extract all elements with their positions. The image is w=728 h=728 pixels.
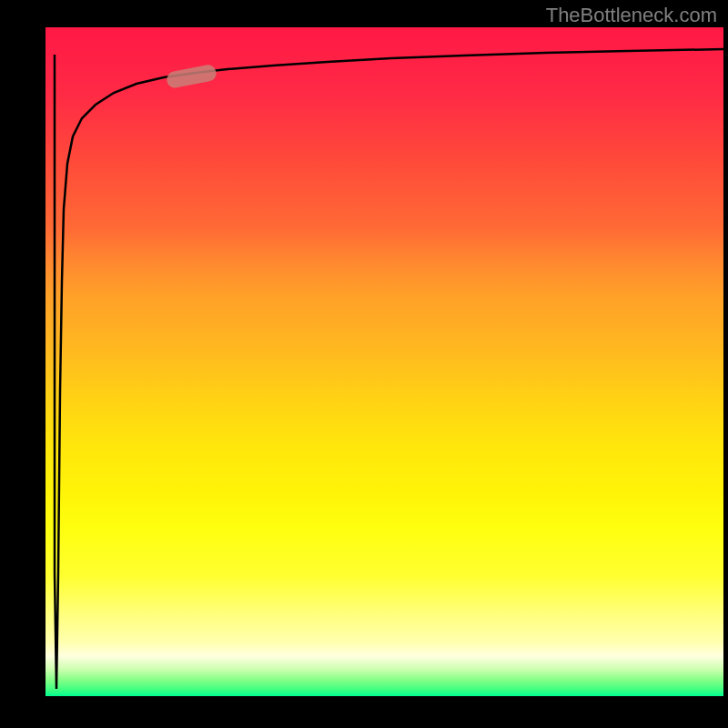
- chart-curve-layer: [46, 27, 723, 696]
- curve-marker: [166, 64, 217, 89]
- bottleneck-curve: [55, 49, 723, 689]
- watermark-text: TheBottleneck.com: [546, 4, 717, 27]
